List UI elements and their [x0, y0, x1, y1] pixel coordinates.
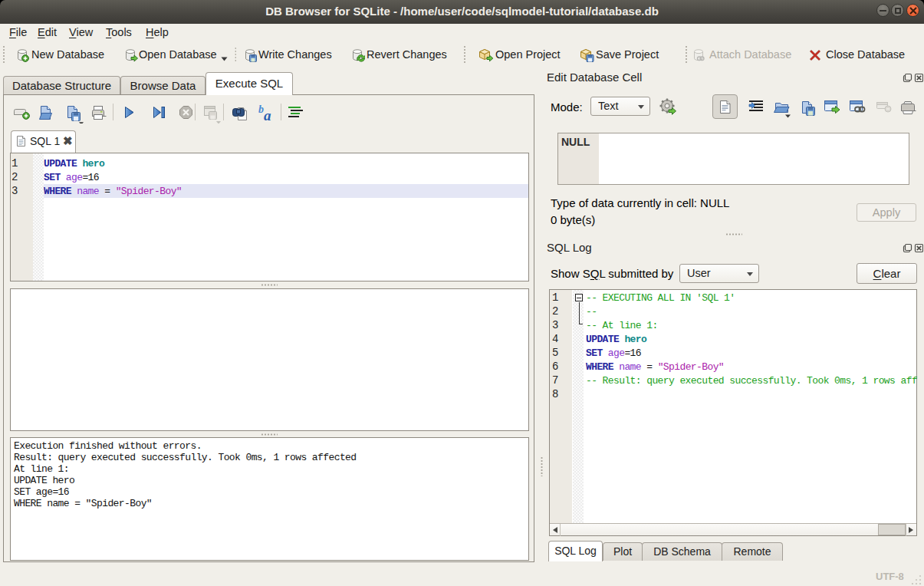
svg-text:b: b — [258, 104, 264, 115]
svg-text:a: a — [264, 107, 271, 123]
